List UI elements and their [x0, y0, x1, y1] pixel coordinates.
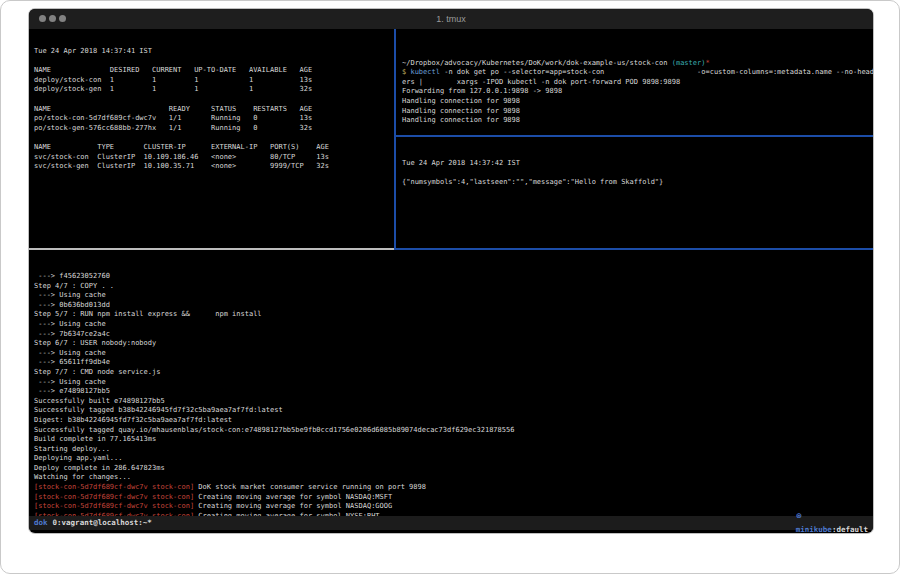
- terminal-line: deploy/stock-con 1 1 1 1 13s: [34, 76, 399, 86]
- pane-service-response-content: Tue 24 Apr 2018 14:37:42 IST {"numsymbol…: [402, 159, 873, 188]
- title-bar[interactable]: 1. tmux: [29, 9, 873, 30]
- terminal-line: NAME DESIRED CURRENT UP-TO-DATE AVAILABL…: [34, 66, 399, 76]
- terminal-line: ---> Using cache: [34, 349, 873, 359]
- status-right: ⊛ minikube:default: [760, 495, 868, 533]
- terminal-line: Watching for changes...: [34, 473, 873, 483]
- pane-divider-vertical[interactable]: [394, 29, 396, 250]
- terminal-line: ---> 7b6347ce2a4c: [34, 330, 873, 340]
- terminal-line: [stock-con-5d7df689cf-dwc7v stock-con] D…: [34, 483, 873, 493]
- terminal-line: ers | xargs -IPOD kubectl -n dok port-fo…: [402, 78, 873, 88]
- screenshot-frame: 1. tmux Tue 24 Apr 2018 14:37:41 IST NAM…: [0, 0, 900, 574]
- terminal-line: ---> 0b636bd013dd: [34, 301, 873, 311]
- terminal-line: [34, 57, 399, 67]
- terminal-line: deploy/stock-gen 1 1 1 1 32s: [34, 85, 399, 95]
- status-left: dok 0:vagrant@localhost:~*: [34, 516, 152, 530]
- terminal-line: [402, 169, 873, 179]
- close-button[interactable]: [39, 15, 46, 22]
- terminal-line: po/stock-gen-576cc688bb-277hx 1/1 Runnin…: [34, 124, 399, 134]
- terminal-line: [stock-con-5d7df689cf-dwc7v stock-con] C…: [34, 493, 873, 503]
- terminal-line: ~/Dropbox/advocacy/Kubernetes/DoK/work/d…: [402, 59, 873, 69]
- pane-kubectl-resources-content: Tue 24 Apr 2018 14:37:41 IST NAME DESIRE…: [34, 47, 399, 172]
- terminal-line: ---> 65611ff9db4e: [34, 358, 873, 368]
- session-name: dok: [34, 516, 48, 530]
- terminal-line: [34, 133, 399, 143]
- terminal-line: Forwarding from 127.0.0.1:9898 -> 9898: [402, 87, 873, 97]
- terminal-line: Step 6/7 : USER nobody:nobody: [34, 339, 873, 349]
- terminal-line: Deploy complete in 286.647823ms: [34, 464, 873, 474]
- terminal-line: Deploying app.yaml...: [34, 454, 873, 464]
- terminal-line: Step 5/7 : RUN npm install express && np…: [34, 310, 873, 320]
- terminal-line: NAME TYPE CLUSTER-IP EXTERNAL-IP PORT(S)…: [34, 143, 399, 153]
- terminal-line: NAME READY STATUS RESTARTS AGE: [34, 105, 399, 115]
- terminal-line: ---> Using cache: [34, 378, 873, 388]
- terminal-line: {"numsymbols":4,"lastseen":"","message":…: [402, 178, 873, 188]
- terminal-line: Handling connection for 9898: [402, 97, 873, 107]
- terminal-line: Successfully tagged quay.io/mhausenblas/…: [34, 426, 873, 436]
- pane-divider-main-right[interactable]: [394, 248, 873, 250]
- terminal-line: ---> e74898127bb5: [34, 387, 873, 397]
- terminal-line: Build complete in 77.165413ms: [34, 435, 873, 445]
- terminal-window: 1. tmux Tue 24 Apr 2018 14:37:41 IST NAM…: [29, 9, 873, 533]
- terminal-line: Step 4/7 : COPY . .: [34, 282, 873, 292]
- window-label[interactable]: 0:vagrant@localhost:~*: [53, 516, 152, 530]
- terminal-line: ---> Using cache: [34, 320, 873, 330]
- pane-kubectl-resources[interactable]: Tue 24 Apr 2018 14:37:41 IST NAME DESIRE…: [29, 29, 399, 250]
- pane-port-forward[interactable]: ~/Dropbox/advocacy/Kubernetes/DoK/work/d…: [397, 29, 873, 139]
- terminal-line: ---> Using cache: [34, 291, 873, 301]
- zoom-button[interactable]: [59, 15, 66, 22]
- kubernetes-helm-icon: ⊛: [796, 511, 802, 520]
- terminal-line: [34, 95, 399, 105]
- terminal-line: Digest: b38b42246945fd7f32c5ba9aea7af7fd…: [34, 416, 873, 426]
- terminal-line: Successfully tagged b38b42246945fd7f32c5…: [34, 406, 873, 416]
- pane-skaffold-log[interactable]: ---> f45623052760Step 4/7 : COPY . . ---…: [29, 251, 873, 521]
- terminal-line: [stock-con-5d7df689cf-dwc7v stock-con] C…: [34, 502, 873, 512]
- pane-service-response[interactable]: Tue 24 Apr 2018 14:37:42 IST {"numsymbol…: [397, 137, 873, 254]
- terminal-line: $ kubectl -n dok get po --selector=app=s…: [402, 68, 873, 78]
- terminal-line: Starting deploy...: [34, 445, 873, 455]
- terminal-line: Handling connection for 9898: [402, 107, 873, 117]
- terminal-line: [402, 49, 873, 59]
- pane-divider-main-left[interactable]: [29, 248, 394, 250]
- terminal-line: Tue 24 Apr 2018 14:37:41 IST: [34, 47, 399, 57]
- terminal-line: svc/stock-con ClusterIP 10.109.186.46 <n…: [34, 153, 399, 163]
- terminal-line: ---> f45623052760: [34, 272, 873, 282]
- kube-context-label: minikube:default: [796, 525, 868, 533]
- minimize-button[interactable]: [49, 15, 56, 22]
- terminal-line: po/stock-con-5d7df689cf-dwc7v 1/1 Runnin…: [34, 114, 399, 124]
- traffic-lights: [39, 15, 66, 22]
- terminal-line: Handling connection for 9898: [402, 116, 873, 126]
- pane-port-forward-content: ~/Dropbox/advocacy/Kubernetes/DoK/work/d…: [402, 49, 873, 126]
- tmux-status-bar: dok 0:vagrant@localhost:~* ⊛ minikube:de…: [29, 516, 873, 530]
- terminal-line: Tue 24 Apr 2018 14:37:42 IST: [402, 159, 873, 169]
- pane-skaffold-log-content: ---> f45623052760Step 4/7 : COPY . . ---…: [34, 272, 873, 521]
- terminal-line: Step 7/7 : CMD node service.js: [34, 368, 873, 378]
- window-title: 1. tmux: [29, 9, 873, 29]
- terminal-line: svc/stock-gen ClusterIP 10.100.35.71 <no…: [34, 162, 399, 172]
- terminal-line: Successfully built e74898127bb5: [34, 397, 873, 407]
